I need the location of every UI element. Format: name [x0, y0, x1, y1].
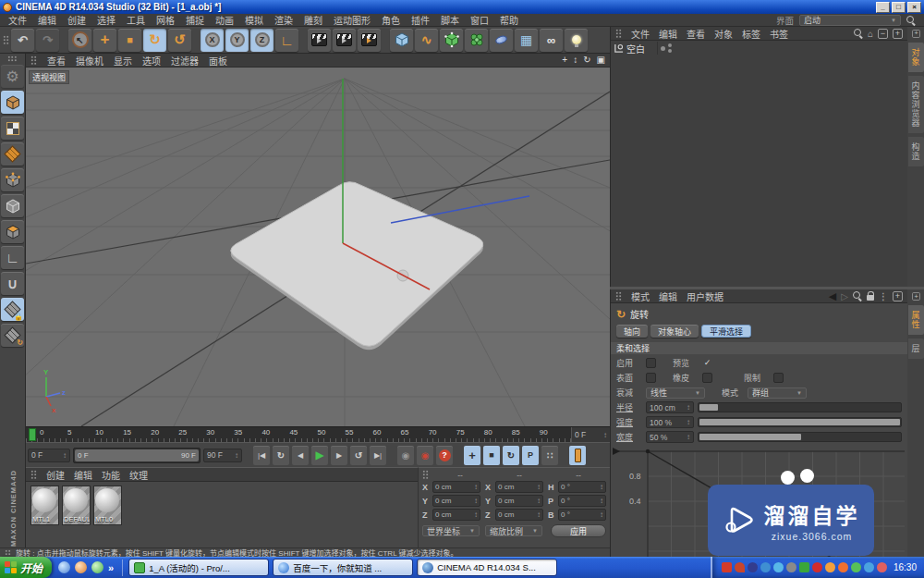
scale-tool-button[interactable]: ■: [118, 29, 141, 52]
tab-layers[interactable]: 层: [908, 338, 924, 359]
axis-mode-button[interactable]: ∟: [1, 246, 24, 269]
tray-icon[interactable]: [877, 562, 887, 572]
close-button[interactable]: ×: [907, 2, 921, 13]
key-rotation-toggle[interactable]: ↻: [503, 446, 519, 465]
rotation-p-field[interactable]: 0 °↕: [558, 495, 606, 507]
spinner-icon[interactable]: ↕: [63, 451, 67, 460]
lock-z-axis-button[interactable]: Z: [250, 29, 274, 52]
menu-window[interactable]: 窗口: [470, 13, 489, 27]
restore-button[interactable]: □: [892, 2, 906, 13]
viewport-pan-icon[interactable]: +: [562, 55, 567, 65]
texture-mode-button[interactable]: [1, 117, 24, 140]
quick-launch-icon[interactable]: [91, 561, 103, 573]
rotate-tool-button[interactable]: ↻: [143, 29, 166, 52]
menu-mesh[interactable]: 网格: [156, 13, 175, 27]
attr-menu-edit[interactable]: 编辑: [659, 289, 677, 303]
om-menu-edit[interactable]: 编辑: [659, 27, 677, 41]
make-editable-button[interactable]: ⚙: [1, 65, 24, 88]
search-icon[interactable]: [853, 291, 862, 301]
taskbar-task-proe[interactable]: 1_A (活动的) - Pro/...: [128, 559, 269, 576]
om-menu-bookmarks[interactable]: 书签: [770, 27, 788, 41]
tab-object-axis[interactable]: 对象轴心: [650, 325, 699, 338]
viewport-rotate-icon[interactable]: ↻: [583, 55, 590, 65]
width-field[interactable]: 50 %↕: [646, 431, 694, 443]
polygons-mode-button[interactable]: [1, 220, 24, 243]
om-menu-tags[interactable]: 标签: [742, 27, 760, 41]
quick-launch-icon[interactable]: [58, 561, 70, 573]
attr-menu-mode[interactable]: 模式: [631, 289, 650, 303]
add-light-button[interactable]: [565, 29, 588, 52]
add-camera-button[interactable]: ∞: [540, 29, 563, 52]
key-parameter-toggle[interactable]: P: [522, 446, 539, 465]
attr-menu-userdata[interactable]: 用户数据: [687, 289, 723, 303]
viewport-perspective[interactable]: 查看 摄像机 显示 选项 过滤器 面板 + ↕ ↻ ▣ 透视视图: [26, 54, 610, 426]
tab-objects[interactable]: 对象: [908, 43, 924, 72]
menu-mograph[interactable]: 运动图形: [334, 13, 371, 27]
timeline-ruler[interactable]: 0 5 10 15 20 25 30 35 40 45 50 55 60 65 …: [26, 426, 610, 442]
tray-icon[interactable]: [864, 562, 874, 572]
history-forward-icon[interactable]: ▷: [841, 291, 848, 301]
menu-render[interactable]: 渲染: [274, 13, 293, 27]
play-loop-button[interactable]: ↺: [350, 446, 367, 465]
falloff-dropdown[interactable]: 线性▼: [646, 387, 705, 399]
add-spline-button[interactable]: ∿: [415, 29, 438, 52]
rotation-h-field[interactable]: 0 °↕: [558, 481, 606, 493]
radius-slider[interactable]: [698, 402, 902, 412]
points-mode-button[interactable]: [1, 168, 24, 191]
object-name[interactable]: 空白: [626, 42, 645, 55]
viewport-canvas[interactable]: Y z x: [26, 68, 610, 426]
object-tree-row[interactable]: 空白: [611, 41, 907, 55]
quick-launch-overflow[interactable]: »: [108, 562, 114, 573]
timeline-layout-button[interactable]: [569, 446, 586, 465]
home-icon[interactable]: ⌂: [868, 29, 873, 39]
tray-icon[interactable]: [825, 562, 835, 572]
attribute-grip[interactable]: [615, 291, 622, 301]
strength-label[interactable]: 强度: [616, 416, 642, 428]
range-handle[interactable]: 0 F 90 F: [75, 449, 199, 461]
toolbar-grip[interactable]: [3, 35, 9, 45]
spinner-icon[interactable]: ↕: [235, 451, 238, 460]
tray-icon[interactable]: [760, 562, 771, 572]
add-subdivision-button[interactable]: [440, 29, 463, 52]
position-x-field[interactable]: 0 cm↕: [432, 481, 480, 493]
start-button[interactable]: 开始: [0, 557, 52, 578]
more-options-icon[interactable]: ⋮: [879, 291, 888, 301]
frame-counter[interactable]: 0 F ↕: [571, 427, 610, 442]
lock-x-axis-button[interactable]: X: [201, 29, 224, 52]
lock-y-axis-button[interactable]: Y: [225, 29, 249, 52]
menu-character[interactable]: 角色: [382, 13, 400, 27]
search-icon[interactable]: [854, 29, 863, 38]
coordinate-space-dropdown[interactable]: 世界坐标▼: [422, 525, 480, 536]
key-position-toggle[interactable]: +: [464, 446, 480, 465]
viewport-menu-camera[interactable]: 摄像机: [76, 54, 103, 68]
next-frame-button[interactable]: ▶: [331, 446, 347, 465]
visibility-dots-icon[interactable]: [668, 43, 672, 53]
viewport-label[interactable]: 透视视图: [29, 70, 69, 84]
material-grip[interactable]: [30, 470, 37, 480]
frame-range-slider[interactable]: 0 F 90 F: [73, 448, 201, 463]
surface-checkbox[interactable]: [646, 373, 656, 383]
strength-slider[interactable]: [698, 417, 902, 427]
tab-content-browser[interactable]: 内容浏览器: [908, 76, 924, 133]
taskbar-task-browser[interactable]: 百度一下，你就知道 ...: [273, 559, 413, 576]
size-z-field[interactable]: 0 cm↕: [495, 509, 543, 521]
key-pla-toggle[interactable]: ∷: [541, 446, 558, 465]
move-tool-button[interactable]: +: [93, 29, 116, 52]
rubber-checkbox[interactable]: [702, 373, 712, 383]
play-button[interactable]: ▶: [311, 446, 328, 465]
menu-animate[interactable]: 动画: [215, 13, 234, 27]
end-frame-field[interactable]: 90 F ↕: [203, 449, 242, 462]
menu-simulate[interactable]: 模拟: [245, 13, 263, 27]
collapse-icon[interactable]: −: [878, 29, 888, 39]
render-settings-button[interactable]: [358, 29, 381, 52]
material-thumbnail[interactable]: MTL0: [93, 486, 122, 525]
snap-button[interactable]: ∪: [1, 272, 24, 295]
material-menu-function[interactable]: 功能: [102, 468, 120, 482]
tray-icon[interactable]: [735, 562, 745, 572]
size-x-field[interactable]: 0 cm↕: [495, 481, 543, 493]
previous-frame-button[interactable]: ◀: [292, 446, 309, 465]
om-menu-file[interactable]: 文件: [631, 27, 650, 41]
lock-workplane-button[interactable]: 🔒: [1, 298, 24, 321]
lock-icon[interactable]: [867, 295, 874, 301]
menu-snap[interactable]: 捕捉: [186, 13, 204, 27]
